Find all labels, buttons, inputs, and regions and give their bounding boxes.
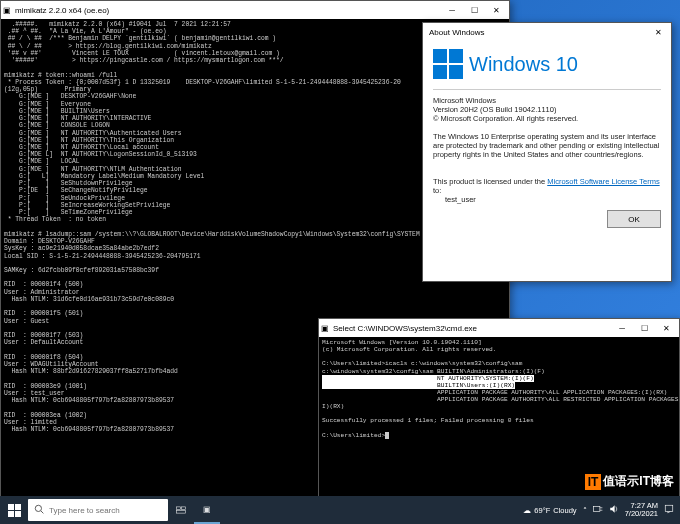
about-license: This product is licensed under the Micro…	[433, 177, 661, 195]
watermark: IT 值语示IT博客	[585, 473, 674, 490]
about-paragraph: The Windows 10 Enterprise operating syst…	[433, 132, 661, 159]
svg-rect-3	[182, 507, 186, 510]
sam-header: Domain : DESKTOP-V26GAHF SysKey : ac9e21…	[4, 238, 201, 274]
cmd-out-2: APPLICATION PACKAGE AUTHORITY\ALL APPLIC…	[322, 389, 679, 410]
tray-chevron-up-icon[interactable]: ˄	[583, 506, 587, 515]
cmd-prompt2: C:\Users\limited>	[322, 432, 385, 439]
windows-wordmark: Windows 10	[469, 53, 578, 76]
windows-logo-icon	[433, 49, 463, 79]
license-link[interactable]: Microsoft Software License Terms	[547, 177, 659, 186]
svg-rect-2	[177, 507, 181, 510]
cmd-title: Select C:\WINDOWS\system32\cmd.exe	[329, 324, 611, 333]
weather-icon: ☁	[523, 506, 531, 515]
svg-rect-4	[177, 511, 186, 514]
about-line1: Microsoft Windows	[433, 96, 661, 105]
system-tray: ☁ 69°F Cloudy ˄ 7:27 AM 7/20/2021	[517, 502, 680, 519]
cursor	[385, 432, 389, 439]
cmd-titlebar[interactable]: ▣ Select C:\WINDOWS\system32\cmd.exe ─ ☐…	[319, 319, 679, 337]
cmd-success: Successfully processed 1 files; Failed p…	[322, 417, 534, 424]
cmd-out-hl2: BUILTIN\Users:(I)(RX)	[322, 382, 515, 389]
ok-button[interactable]: OK	[607, 210, 661, 228]
close-button[interactable]: ✕	[485, 2, 507, 18]
search-input[interactable]	[49, 506, 149, 515]
mimikatz-cmd1: mimikatz # token::whoami /full	[4, 72, 117, 79]
start-button[interactable]	[0, 496, 28, 524]
search-icon	[34, 504, 44, 516]
weather-desc: Cloudy	[553, 506, 576, 515]
task-view-button[interactable]	[168, 496, 194, 524]
sam-users: RID : 000001f4 (500) User : Administrato…	[4, 281, 178, 433]
mimikatz-titlebar[interactable]: ▣ mimikatz 2.2.0 x64 (oe.eo) ─ ☐ ✕	[1, 1, 509, 19]
token-block: * Process Token : {0;0007d53f} 1 D 13325…	[4, 79, 401, 223]
about-windows-dialog: About Windows ✕ Windows 10 Microsoft Win…	[422, 22, 672, 282]
about-line3: © Microsoft Corporation. All rights rese…	[433, 114, 661, 123]
volume-icon[interactable]	[609, 504, 619, 516]
windows-logo: Windows 10	[433, 49, 661, 79]
network-icon[interactable]	[593, 504, 603, 516]
about-title: About Windows	[425, 28, 647, 37]
cmd-header: Microsoft Windows [Version 10.0.19042.11…	[322, 339, 497, 353]
about-titlebar[interactable]: About Windows ✕	[423, 23, 671, 41]
svg-line-1	[41, 511, 44, 514]
svg-rect-5	[593, 507, 599, 512]
windows-start-icon	[8, 504, 21, 517]
minimize-button[interactable]: ─	[441, 2, 463, 18]
cmd-prompt1: C:\Users\limited>icacls c:\windows\syste…	[322, 360, 523, 367]
svg-marker-8	[610, 505, 614, 513]
cmd-out-1: c:\windows\system32\config\sam BUILTIN\A…	[322, 368, 545, 375]
mimikatz-title: mimikatz 2.2.0 x64 (oe.eo)	[11, 6, 441, 15]
minimize-button[interactable]: ─	[611, 320, 633, 336]
maximize-button[interactable]: ☐	[633, 320, 655, 336]
about-body: Windows 10 Microsoft Windows Version 20H…	[423, 41, 671, 212]
weather-temp: 69°F	[534, 506, 550, 515]
cmd-out-hl1: NT AUTHORITY\SYSTEM:(I)(F)	[322, 375, 534, 382]
watermark-box: IT	[585, 474, 602, 490]
close-button[interactable]: ✕	[655, 320, 677, 336]
divider	[433, 89, 661, 90]
cmd-icon: ▣	[321, 324, 329, 333]
licensed-user: test_user	[433, 195, 661, 204]
taskbar-clock[interactable]: 7:27 AM 7/20/2021	[625, 502, 658, 519]
about-line2: Version 20H2 (OS Build 19042.1110)	[433, 105, 661, 114]
weather-widget[interactable]: ☁ 69°F Cloudy	[523, 506, 576, 515]
maximize-button[interactable]: ☐	[463, 2, 485, 18]
svg-point-0	[35, 505, 41, 511]
watermark-text: 值语示IT博客	[603, 473, 674, 490]
notifications-icon[interactable]	[664, 504, 674, 516]
svg-rect-9	[665, 505, 673, 511]
taskbar-app-terminal[interactable]: ▣	[194, 496, 220, 524]
mimikatz-banner: .#####. mimikatz 2.2.0 (x64) #19041 Jul …	[4, 21, 284, 64]
close-button[interactable]: ✕	[647, 24, 669, 40]
terminal-icon: ▣	[3, 6, 11, 15]
clock-date: 7/20/2021	[625, 510, 658, 518]
cmd-window: ▣ Select C:\WINDOWS\system32\cmd.exe ─ ☐…	[318, 318, 680, 498]
taskbar-search[interactable]	[28, 499, 168, 521]
taskbar: ▣ ☁ 69°F Cloudy ˄ 7:27 AM 7/20/2021	[0, 496, 680, 524]
